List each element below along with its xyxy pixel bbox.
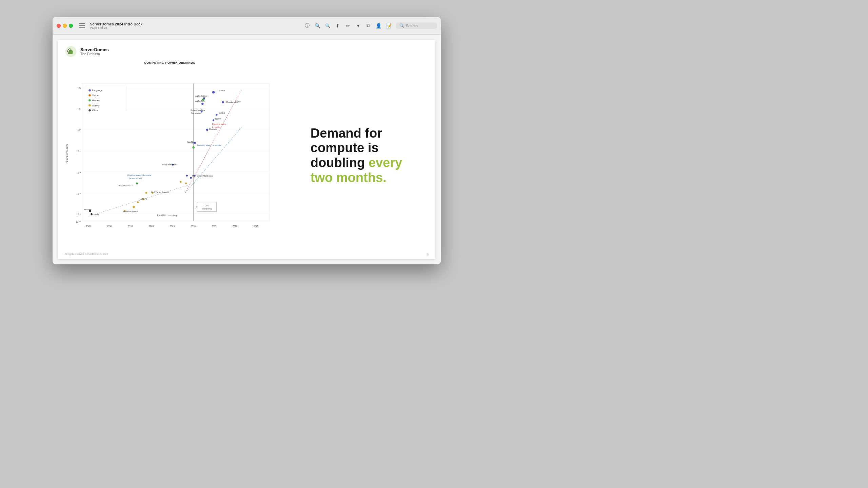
gpt3-point	[212, 91, 215, 93]
slide: ServerDomes The Problem COMPUTING POWER …	[58, 40, 435, 259]
svg-text:ResNets: ResNets	[209, 128, 217, 130]
svg-text:MLP based NN Breaks: MLP based NN Breaks	[192, 175, 213, 177]
svg-text:2015: 2015	[212, 225, 217, 227]
slide-header: ServerDomes The Problem	[58, 40, 435, 61]
alphaZero-point	[201, 103, 203, 105]
browser-window: ServerDomes 2024 Intro Deck Page 5 of 28…	[53, 17, 441, 264]
megatron-point	[222, 101, 224, 103]
demand-line4: two months.	[311, 170, 387, 185]
page-indicator: Page 5 of 28	[90, 26, 301, 29]
sidebar-toggle[interactable]	[79, 23, 85, 28]
slide-section: The Problem	[80, 52, 109, 56]
slide-container: ServerDomes The Problem COMPUTING POWER …	[53, 35, 441, 264]
svg-text:1985: 1985	[86, 225, 91, 227]
zoom-in-icon[interactable]: 🔍	[315, 23, 320, 28]
svg-text:ALVINN: ALVINN	[92, 214, 99, 216]
annotate-icon[interactable]: ✏	[345, 23, 351, 28]
svg-text:LeNet-5: LeNet-5	[140, 198, 147, 200]
svg-text:AlphaZero: AlphaZero	[195, 100, 205, 102]
svg-text:AlexNet: AlexNet	[187, 141, 194, 143]
svg-text:Pre-GPU computing: Pre-GPU computing	[157, 214, 177, 217]
annotate-dropdown-icon[interactable]: ▾	[355, 23, 361, 28]
svg-text:Doubling every: Doubling every	[212, 123, 226, 125]
zoom-out-icon[interactable]: 🔍	[325, 23, 330, 28]
search-bar[interactable]: 🔍 Search	[396, 22, 437, 29]
svg-text:(Moore's Law): (Moore's Law)	[129, 177, 142, 179]
alexnet-games	[192, 146, 194, 148]
scatter-chart: PetaFLOPS-days 10⁴ 10² 10⁰ 10⁻² 10⁻⁴ 10⁻…	[63, 66, 276, 248]
note-icon[interactable]: 📝	[386, 23, 391, 28]
bert-point	[213, 119, 215, 121]
search-label: Search	[406, 24, 418, 28]
svg-text:Vision: Vision	[92, 94, 99, 97]
title-info: ServerDomes 2024 Intro Deck Page 5 of 28	[90, 22, 301, 29]
demand-line3: doubling	[311, 156, 369, 170]
search-icon: 🔍	[399, 23, 404, 28]
svg-text:2025: 2025	[254, 225, 259, 227]
svg-text:Translation: Translation	[191, 112, 201, 114]
account-icon[interactable]: 👤	[376, 23, 381, 28]
svg-text:BERT: BERT	[215, 118, 221, 120]
svg-text:2000: 2000	[149, 225, 154, 227]
svg-text:10²: 10²	[77, 108, 81, 110]
mlpnn-point	[190, 177, 192, 179]
svg-text:10⁻¹⁰: 10⁻¹⁰	[76, 221, 81, 223]
svg-text:10⁻⁸: 10⁻⁸	[77, 213, 81, 216]
slide-footer: All rights reserved, ServerDomes © 2024 …	[58, 253, 435, 256]
svg-text:Language: Language	[92, 89, 103, 92]
resnets-point	[206, 129, 208, 131]
svg-text:10⁴: 10⁴	[78, 87, 81, 89]
company-logo	[65, 45, 77, 58]
gpt2-point	[216, 114, 218, 116]
slide-body: COMPUTING POWER DEMANDS PetaFLOPS-days 1…	[58, 61, 435, 253]
svg-point-46	[88, 109, 91, 111]
svg-text:10⁻²: 10⁻²	[76, 150, 81, 152]
svg-text:GPU: GPU	[205, 205, 209, 207]
svg-text:TD-Gammom v2.1: TD-Gammom v2.1	[117, 184, 134, 186]
traffic-lights	[57, 24, 73, 28]
share-icon[interactable]: ⬆	[335, 23, 340, 28]
svg-text:2005: 2005	[170, 225, 175, 227]
svg-text:Doubling every 3.4 months: Doubling every 3.4 months	[197, 144, 221, 146]
rnn-speech-point	[133, 206, 135, 208]
demand-statement: Demand for compute is doubling every two…	[311, 126, 402, 185]
info-icon[interactable]: ⓘ	[304, 23, 310, 28]
svg-text:10⁰: 10⁰	[78, 129, 81, 131]
svg-text:AlphaGoZero: AlphaGoZero	[195, 95, 208, 97]
svg-text:Doubling every 24 months: Doubling every 24 months	[127, 174, 151, 176]
title-bar: ServerDomes 2024 Intro Deck Page 5 of 28…	[53, 17, 441, 35]
logo-text: ServerDomes The Problem	[80, 47, 109, 56]
svg-text:Megatron-BERT: Megatron-BERT	[226, 101, 240, 103]
duplicate-icon[interactable]: ⧉	[366, 23, 371, 28]
svg-point-35	[180, 181, 182, 183]
svg-text:1990: 1990	[107, 225, 112, 227]
svg-text:computing: computing	[202, 208, 212, 210]
td-gammon-point	[136, 182, 138, 184]
text-area: Demand for compute is doubling every two…	[283, 61, 430, 250]
chart-title: COMPUTING POWER DEMANDS	[63, 61, 276, 64]
svg-text:RNN for Speech: RNN for Speech	[123, 210, 138, 212]
mlp-speech-point	[185, 183, 187, 185]
svg-point-33	[137, 201, 139, 203]
minimize-button[interactable]	[63, 24, 67, 28]
svg-text:GPT-2: GPT-2	[219, 112, 225, 114]
chart-svg-container: PetaFLOPS-days 10⁴ 10² 10⁰ 10⁻² 10⁻⁴ 10⁻…	[63, 66, 276, 248]
company-name: ServerDomes	[80, 47, 109, 52]
svg-text:Games: Games	[92, 99, 100, 102]
svg-point-32	[145, 192, 147, 194]
svg-point-36	[186, 175, 188, 177]
chart-area: COMPUTING POWER DEMANDS PetaFLOPS-days 1…	[63, 61, 276, 250]
y-axis-label: PetaFLOPS-days	[65, 144, 68, 164]
svg-text:10⁻⁶: 10⁻⁶	[77, 192, 81, 195]
svg-text:Neural Machine: Neural Machine	[191, 109, 205, 111]
document-title: ServerDomes 2024 Intro Deck	[90, 22, 301, 26]
page-number: 5	[427, 253, 429, 256]
maximize-button[interactable]	[69, 24, 73, 28]
svg-text:NETtalk: NETtalk	[84, 208, 92, 210]
svg-text:Other: Other	[92, 109, 98, 111]
svg-text:2010: 2010	[191, 225, 196, 227]
close-button[interactable]	[57, 24, 61, 28]
svg-point-40	[88, 94, 91, 96]
footer-copyright: All rights reserved, ServerDomes © 2024	[65, 253, 108, 256]
svg-text:Deep Belief Nets: Deep Belief Nets	[162, 164, 177, 166]
